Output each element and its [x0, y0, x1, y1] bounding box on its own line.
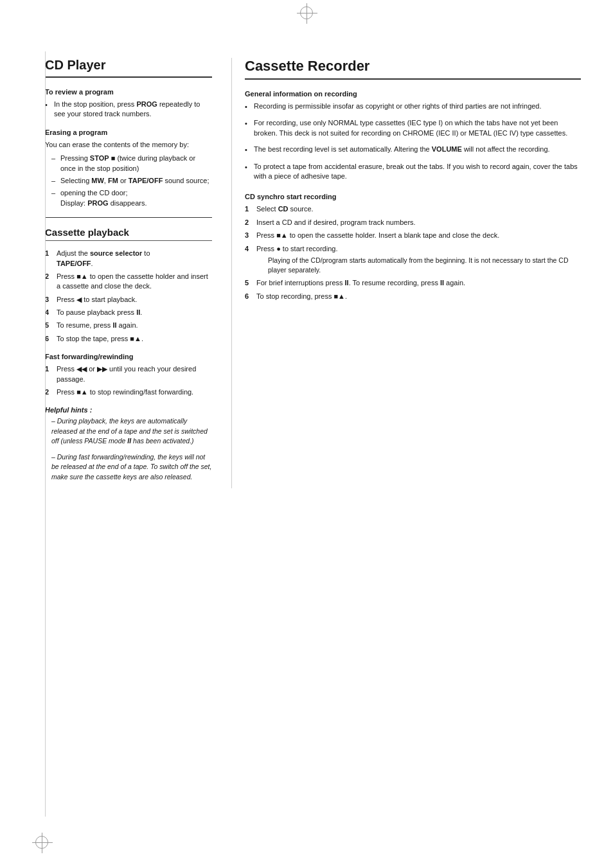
margin-line [45, 51, 46, 817]
list-item: 5 To resume, press II again. [45, 321, 212, 330]
bullet-content: To protect a tape from accidental erasur… [254, 162, 581, 182]
step-number: 5 [245, 278, 253, 288]
step-content: Press ◀◀ or ▶▶ until you reach your desi… [57, 364, 212, 384]
fast-forward-list: 1 Press ◀◀ or ▶▶ until you reach your de… [45, 364, 212, 397]
cd-synchro-list: 1 Select CD source. 2 Insert a CD and if… [245, 204, 581, 301]
step-number: 4 [45, 308, 53, 317]
hint-item-2: – During fast forwarding/rewinding, the … [51, 452, 212, 482]
bullet-icon: • [245, 163, 249, 182]
step-sub-content: Playing of the CD/program starts automat… [268, 256, 581, 275]
step-content: Press ■▲ to stop rewinding/fast forwardi… [57, 387, 212, 397]
step-number: 1 [245, 204, 253, 214]
erasing-program-list: Pressing STOP ■ (twice during playback o… [51, 154, 212, 208]
list-item: 6 To stop the tape, press ■▲. [45, 334, 212, 344]
list-item: 2 Press ■▲ to stop rewinding/fast forwar… [45, 387, 212, 397]
cd-player-header: CD Player [45, 58, 212, 78]
list-item: 4 Press ● to start recording. Playing of… [245, 244, 581, 276]
list-item: 2 Press ■▲ to open the cassette holder a… [45, 272, 212, 292]
bullet-icon: • [245, 119, 249, 138]
list-item: 5 For brief interruptions press II. To r… [245, 278, 581, 288]
list-item: • For recording, use only NORMAL type ca… [245, 118, 581, 138]
erasing-program-intro: You can erase the contents of the memory… [45, 140, 212, 150]
step-number: 3 [45, 295, 53, 305]
list-item: 4 To pause playback press II. [45, 308, 212, 317]
helpful-hints-title: Helpful hints : [45, 406, 212, 414]
step-number: 3 [245, 231, 253, 240]
list-item: 6 To stop recording, press ■▲. [245, 292, 581, 301]
list-item: Selecting MW, FM or TAPE/OFF sound sourc… [51, 176, 212, 186]
step-number: 2 [45, 272, 53, 292]
list-item: 3 Press ◀ to start playback. [45, 295, 212, 305]
step-content: To stop recording, press ■▲. [256, 292, 581, 301]
review-program-list: • In the stop position, press PROG repea… [45, 100, 212, 120]
list-item: • In the stop position, press PROG repea… [45, 100, 212, 120]
page: CD Player To review a program • In the s… [0, 0, 613, 868]
bullet-content: The best recording level is set automati… [254, 145, 581, 155]
list-item: • The best recording level is set automa… [245, 145, 581, 155]
section-divider [45, 217, 212, 218]
list-item: 3 Press ■▲ to open the cassette holder. … [245, 231, 581, 240]
list-item: opening the CD door;Display: PROG disapp… [51, 188, 212, 208]
step-content: Press ◀ to start playback. [57, 295, 212, 305]
cassette-playback-heading: Cassette playback [45, 227, 212, 241]
step-content: Insert a CD and if desired, program trac… [256, 218, 581, 227]
hint-item-1: – During playback, the keys are automati… [51, 416, 212, 446]
cd-player-column: CD Player To review a program • In the s… [32, 58, 212, 488]
erasing-program-heading: Erasing a program [45, 128, 212, 136]
list-item: 1 Press ◀◀ or ▶▶ until you reach your de… [45, 364, 212, 384]
list-item: Pressing STOP ■ (twice during playback o… [51, 154, 212, 173]
cassette-recorder-header: Cassette Recorder [245, 58, 581, 80]
general-recording-list: • Recording is permissible insofar as co… [245, 102, 581, 181]
fast-forward-heading: Fast forwarding/rewinding [45, 353, 212, 360]
bullet-content: Recording is permissible insofar as copy… [254, 102, 581, 112]
step-content: To stop the tape, press ■▲. [57, 334, 212, 344]
step-content: Press ● to start recording. Playing of t… [256, 244, 581, 276]
reg-mark-bottom [35, 836, 48, 849]
list-item: 2 Insert a CD and if desired, program tr… [245, 218, 581, 227]
step-number: 5 [45, 321, 53, 330]
bullet-icon: • [245, 145, 249, 155]
bullet-content: For recording, use only NORMAL type cass… [254, 118, 581, 138]
step-number: 2 [45, 387, 53, 397]
list-item: 1 Select CD source. [245, 204, 581, 214]
step-content: Press ■▲ to open the cassette holder. In… [256, 231, 581, 240]
step-content: Adjust the source selector toTAPE/OFF. [57, 249, 212, 269]
step-number: 6 [245, 292, 253, 301]
step-number: 1 [45, 364, 53, 384]
list-item: • To protect a tape from accidental eras… [245, 162, 581, 182]
review-program-heading: To review a program [45, 88, 212, 96]
step-content: To pause playback press II. [57, 308, 212, 317]
cassette-playback-list: 1 Adjust the source selector toTAPE/OFF.… [45, 249, 212, 344]
step-number: 6 [45, 334, 53, 344]
general-recording-heading: General information on recording [245, 90, 581, 98]
step-number: 2 [245, 218, 253, 227]
step-number: 4 [245, 244, 253, 276]
step-content: Select CD source. [256, 204, 581, 214]
list-item: 1 Adjust the source selector toTAPE/OFF. [45, 249, 212, 269]
reg-mark-top [300, 6, 313, 19]
bullet-icon: • [245, 102, 249, 112]
step-content: Press ■▲ to open the cassette holder and… [57, 272, 212, 292]
review-program-text: In the stop position, press PROG repeate… [54, 100, 212, 120]
cassette-recorder-column: Cassette Recorder General information on… [231, 58, 581, 488]
step-content: To resume, press II again. [57, 321, 212, 330]
list-item: • Recording is permissible insofar as co… [245, 102, 581, 112]
step-number: 1 [45, 249, 53, 269]
cd-synchro-heading: CD synchro start recording [245, 193, 581, 200]
step-content: For brief interruptions press II. To res… [256, 278, 581, 288]
